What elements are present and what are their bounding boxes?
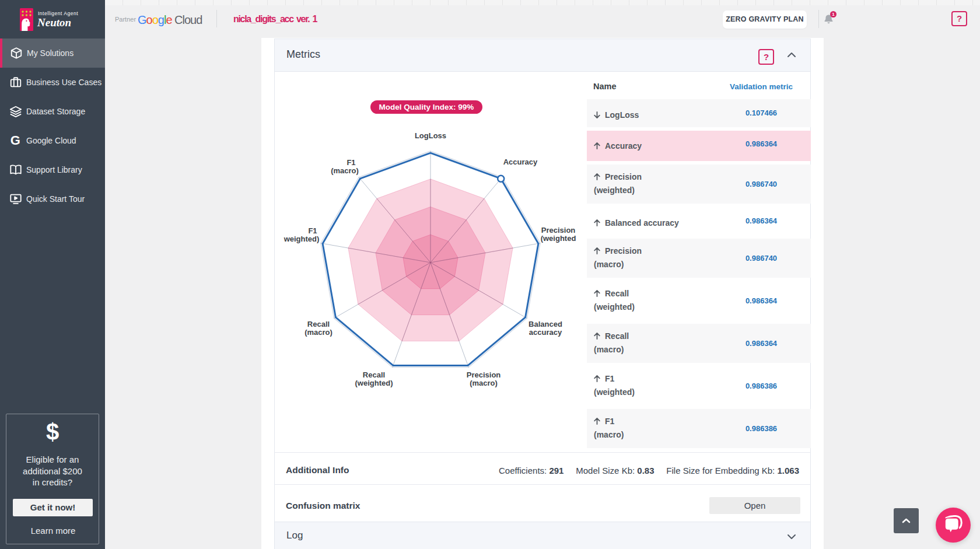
svg-text:G: G <box>10 134 20 147</box>
